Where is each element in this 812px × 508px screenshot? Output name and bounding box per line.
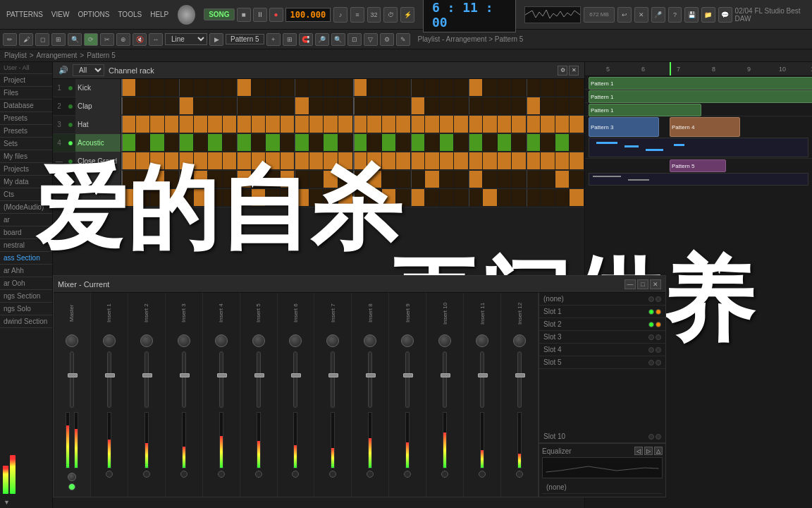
sidebar-item-database[interactable]: Database [0, 99, 52, 112]
channel-led-7[interactable] [68, 195, 73, 201]
pattern-block-3[interactable]: Pattern 3 [589, 117, 659, 137]
sidebar-item-ar-ooh[interactable]: ar Ooh [0, 277, 52, 290]
insert10-knob[interactable] [438, 334, 451, 347]
mute-tool[interactable]: 🔇 [133, 33, 147, 46]
sidebar-item-projects[interactable]: Projects [0, 163, 52, 176]
master-send-knob[interactable] [68, 473, 76, 481]
sidebar-item-ar-ahh[interactable]: ar Ahh [0, 265, 52, 277]
pattern-block-4[interactable]: Pattern 4 [670, 117, 740, 137]
metronome-icon[interactable]: ♪ [333, 7, 347, 23]
sidebar-item-modeaudio[interactable]: (ModeAudio) [0, 201, 52, 214]
grid-icon[interactable]: ⊞ [283, 33, 297, 46]
help-icon[interactable]: ? [668, 7, 682, 23]
mic-icon[interactable]: 🎤 [651, 7, 665, 23]
mixer-master-knob[interactable] [66, 334, 78, 347]
insert10-fader[interactable] [443, 351, 447, 408]
mixer-slot-2[interactable]: Slot 2 [539, 318, 665, 331]
edit-icon[interactable]: ✎ [396, 33, 410, 46]
sidebar-item-sets[interactable]: Sets [0, 138, 52, 150]
zoom-in-icon[interactable]: 🔎 [315, 33, 329, 46]
pattern-block-1b[interactable]: Pattern 1 [589, 90, 812, 103]
tempo-icon[interactable]: 32 [367, 7, 381, 23]
sidebar-item-presets[interactable]: Presets [0, 112, 52, 125]
mixer-close-btn[interactable]: ✕ [650, 279, 661, 289]
insert1-fader[interactable] [107, 351, 111, 408]
draw-tool[interactable]: ✏ [3, 33, 17, 46]
slip-tool[interactable]: ↔ [149, 33, 163, 46]
cut-tool[interactable]: ✂ [100, 33, 114, 46]
arrow-icon[interactable]: ▶ [209, 33, 223, 46]
channel-name-acoustic[interactable]: Acoustic [75, 134, 121, 152]
select-tool[interactable]: ⊞ [51, 33, 66, 46]
record-button[interactable]: ● [269, 8, 283, 22]
insert1-send-dot[interactable] [106, 471, 113, 478]
insert6-fader[interactable] [293, 351, 297, 408]
insert9-send-dot[interactable] [404, 471, 411, 478]
plugin-icon[interactable]: ⚡ [400, 7, 414, 23]
insert6-send-dot[interactable] [292, 471, 299, 478]
insert3-send-dot[interactable] [180, 471, 187, 478]
sidebar-item-bass-section[interactable]: ass Section [0, 252, 52, 265]
time-sig-icon[interactable]: ⏱ [383, 7, 398, 23]
chat-icon[interactable]: 💬 [718, 7, 732, 23]
insert12-send-dot[interactable] [516, 471, 523, 478]
insert7-send-dot[interactable] [329, 471, 336, 478]
mixer-slot-3[interactable]: Slot 3 [539, 331, 665, 344]
insert5-fader[interactable] [257, 351, 261, 408]
insert3-knob[interactable] [178, 334, 190, 347]
insert5-knob[interactable] [252, 334, 265, 347]
insert5-send-dot[interactable] [255, 471, 262, 478]
sidebar-item-project[interactable]: Project [0, 74, 52, 87]
insert8-send-dot[interactable] [367, 471, 374, 478]
breadcrumb-part2[interactable]: Arrangement [37, 52, 78, 59]
song-mode-button[interactable]: SONG [204, 8, 234, 20]
mixer-minimize-btn[interactable]: — [625, 279, 636, 289]
sidebar-item-myfiles[interactable]: My files [0, 150, 52, 163]
loop-icon[interactable]: ⟳ [84, 33, 98, 46]
pattern-block-1a[interactable]: Pattern 1 [589, 77, 812, 90]
breadcrumb-part3[interactable]: Pattern 5 [87, 52, 116, 59]
rack-settings-icon[interactable]: ⚙ [558, 66, 567, 75]
insert6-knob[interactable] [289, 334, 302, 347]
channel-led-acoustic[interactable] [68, 140, 73, 146]
insert7-fader[interactable] [331, 351, 335, 408]
mixer-slot-1[interactable]: Slot 1 [539, 306, 665, 318]
insert8-knob[interactable] [364, 334, 376, 347]
channel-name-close-grand[interactable]: Close Grand [75, 152, 121, 170]
undo-icon[interactable]: ↩ [617, 7, 632, 23]
eq-display[interactable] [542, 457, 663, 478]
sidebar-item-cts[interactable]: Cts [0, 188, 52, 201]
erase-tool[interactable]: ◻ [35, 33, 49, 46]
menu-view[interactable]: VIEW [48, 9, 73, 20]
eq-btn-1[interactable]: ◁ [634, 447, 643, 455]
filter-icon[interactable]: ▽ [364, 33, 378, 46]
insert12-fader[interactable] [517, 351, 522, 408]
insert1-knob[interactable] [103, 334, 116, 347]
eq-btn-3[interactable]: △ [654, 447, 663, 455]
insert9-knob[interactable] [401, 334, 414, 347]
stop-button[interactable]: ■ [237, 8, 251, 22]
redo-icon[interactable]: ✕ [634, 7, 648, 23]
channel-led-clap[interactable] [68, 104, 73, 109]
sidebar-item-files[interactable]: Files [0, 87, 52, 99]
menu-options[interactable]: OPTIONS [74, 9, 113, 20]
eq-btn-2[interactable]: ▷ [644, 447, 653, 455]
insert4-send-dot[interactable] [218, 471, 225, 478]
insert9-fader[interactable] [405, 351, 410, 408]
insert2-knob[interactable] [140, 334, 153, 347]
channel-led-hat[interactable] [68, 122, 73, 128]
pattern-add-btn[interactable]: + [266, 33, 281, 46]
insert8-fader[interactable] [368, 351, 372, 408]
sidebar-item-ngs-section[interactable]: ngs Section [0, 290, 52, 303]
channel-name-kick[interactable]: Kick [75, 79, 121, 97]
pause-button[interactable]: ⏸ [253, 8, 267, 22]
line-select[interactable]: Line [165, 33, 207, 45]
insert10-send-dot[interactable] [441, 471, 448, 478]
open-icon[interactable]: 📁 [701, 7, 715, 23]
pattern-block-5[interactable]: Pattern 5 [670, 159, 726, 172]
mixer-slot-10[interactable]: Slot 10 [539, 430, 665, 443]
settings-icon[interactable]: ⚙ [380, 33, 394, 46]
mixer-slot-5[interactable]: Slot 5 [539, 356, 665, 369]
mixer-maximize-btn[interactable]: □ [637, 279, 648, 289]
sidebar-item-presets2[interactable]: Presets [0, 125, 52, 138]
